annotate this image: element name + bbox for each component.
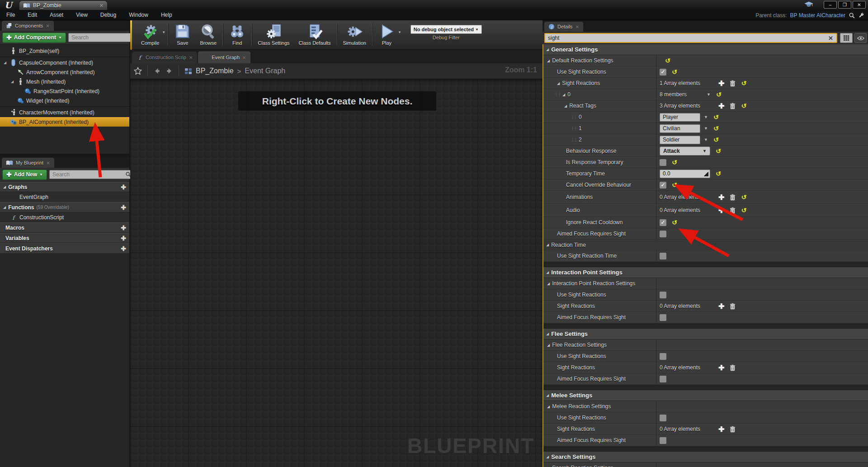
nav-forward-icon[interactable] bbox=[165, 67, 173, 75]
property-row-aimed-focus-requires-sight[interactable]: Aimed Focus Requires Sight bbox=[543, 373, 868, 385]
property-row-use-sight-reaction-time[interactable]: Use Sight Reaction Time bbox=[543, 250, 868, 262]
menu-item-window[interactable]: Window bbox=[123, 10, 155, 20]
add-element-icon[interactable]: ✚ bbox=[718, 79, 724, 88]
expand-arrow-icon[interactable]: ◢ bbox=[547, 282, 550, 286]
add-new-button[interactable]: ✚ Add New ▼ bbox=[2, 170, 47, 180]
expand-arrow-icon[interactable]: ◢ bbox=[547, 405, 550, 409]
checkbox-checked[interactable]: ✓ bbox=[660, 219, 666, 226]
chevron-down-icon[interactable]: ▼ bbox=[704, 137, 708, 142]
favorite-star-icon[interactable] bbox=[134, 67, 142, 75]
property-row-sight-reactions[interactable]: ◢Sight Reactions1 Array elements✚↺ bbox=[543, 78, 868, 89]
component-row-capsulecomponent[interactable]: ◢CapsuleComponent (Inherited) bbox=[0, 58, 129, 67]
edit-parent-wrench-icon[interactable] bbox=[858, 12, 864, 19]
chevron-down-icon[interactable]: ▼ bbox=[704, 115, 708, 119]
expand-arrow-icon[interactable]: ◢ bbox=[11, 80, 15, 84]
revert-to-default-icon[interactable]: ↺ bbox=[741, 80, 746, 86]
property-row-aimed-focus-requires-sight[interactable]: Aimed Focus Requires Sight bbox=[543, 228, 868, 240]
tutorial-cap-icon[interactable] bbox=[804, 1, 814, 8]
component-row-widget[interactable]: Widget (Inherited) bbox=[0, 96, 129, 105]
checkbox-unchecked[interactable] bbox=[660, 314, 666, 321]
property-row-audio[interactable]: Audio0 Array elements✚↺ bbox=[543, 204, 868, 217]
property-row-animations[interactable]: Animations0 Array elements✚↺ bbox=[543, 191, 868, 204]
nav-back-icon[interactable] bbox=[153, 67, 161, 75]
property-row-flee-reaction-settings[interactable]: ◢Flee Reaction Settings bbox=[543, 340, 868, 351]
delete-elements-icon[interactable] bbox=[730, 103, 736, 109]
delete-elements-icon[interactable] bbox=[730, 364, 736, 371]
delete-elements-icon[interactable] bbox=[730, 80, 736, 87]
add-item-icon[interactable]: ✚ bbox=[121, 245, 126, 252]
checkbox-unchecked[interactable] bbox=[660, 292, 666, 298]
tag-dropdown[interactable]: Civilian bbox=[660, 124, 700, 133]
expand-arrow-icon[interactable]: ◢ bbox=[546, 47, 549, 52]
chevron-down-icon[interactable]: ▼ bbox=[704, 126, 708, 131]
expand-arrow-icon[interactable]: ◢ bbox=[557, 81, 560, 85]
add-item-icon[interactable]: ✚ bbox=[121, 224, 126, 231]
expand-arrow-icon[interactable]: ◢ bbox=[546, 243, 549, 247]
revert-to-default-icon[interactable]: ↺ bbox=[713, 114, 719, 120]
number-input[interactable]: 0.0 bbox=[660, 170, 710, 178]
toolbar-button-browse[interactable]: Browse bbox=[195, 22, 221, 46]
add-component-button[interactable]: ✚ Add Component ▼ bbox=[2, 33, 66, 43]
minimize-button[interactable]: – bbox=[824, 1, 837, 9]
checkbox-unchecked[interactable] bbox=[660, 159, 666, 166]
add-element-icon[interactable]: ✚ bbox=[718, 193, 724, 202]
checkbox-unchecked[interactable] bbox=[660, 376, 666, 382]
menu-item-help[interactable]: Help bbox=[155, 10, 179, 20]
section-header-graphs[interactable]: ◢Graphs✚ bbox=[0, 182, 129, 192]
my-blueprint-tab[interactable]: My Blueprint ✕ bbox=[2, 158, 54, 168]
drag-handle-icon[interactable]: ⋮⋮ bbox=[554, 92, 561, 97]
component-row-mesh[interactable]: ◢Mesh (Inherited) bbox=[0, 77, 129, 86]
panel-splitter[interactable] bbox=[0, 154, 130, 157]
component-row-rangestartpoint[interactable]: RangeStartPoint (Inherited) bbox=[0, 86, 129, 96]
revert-to-default-icon[interactable]: ↺ bbox=[672, 220, 677, 225]
menu-item-edit[interactable]: Edit bbox=[21, 10, 43, 20]
details-tab-close-icon[interactable]: ✕ bbox=[576, 24, 579, 29]
menu-item-debug[interactable]: Debug bbox=[94, 10, 123, 20]
toolbar-button-class-defaults[interactable]: Class Defaults bbox=[294, 22, 335, 46]
checkbox-unchecked[interactable] bbox=[660, 437, 666, 444]
checkbox-checked[interactable]: ✓ bbox=[660, 69, 666, 75]
my-blueprint-search-input[interactable] bbox=[49, 170, 133, 179]
property-row-react-tags[interactable]: ◢React Tags3 Array elements✚↺ bbox=[543, 100, 868, 112]
property-row-aimed-focus-requires-sight[interactable]: Aimed Focus Requires Sight bbox=[543, 312, 868, 323]
checkbox-checked[interactable]: ✓ bbox=[660, 182, 666, 189]
checkbox-unchecked[interactable] bbox=[660, 231, 666, 237]
add-element-icon[interactable]: ✚ bbox=[718, 425, 724, 434]
expand-arrow-icon[interactable]: ◢ bbox=[562, 93, 565, 97]
my-blueprint-tab-close-icon[interactable]: ✕ bbox=[46, 160, 50, 165]
menu-item-file[interactable]: File bbox=[0, 10, 21, 20]
property-row-ignore-react-cooldown[interactable]: Ignore React Cooldown✓↺ bbox=[543, 217, 868, 228]
tab-close-icon[interactable]: ✕ bbox=[189, 55, 193, 60]
menu-item-view[interactable]: View bbox=[70, 10, 94, 20]
drag-handle-icon[interactable]: ⋮⋮ bbox=[571, 137, 577, 142]
tag-dropdown[interactable]: Player bbox=[660, 113, 700, 122]
property-row-is-response-temporary[interactable]: Is Response Temporary↺ bbox=[543, 157, 868, 168]
expand-arrow-icon[interactable]: ◢ bbox=[546, 393, 549, 397]
add-item-icon[interactable]: ✚ bbox=[121, 235, 126, 242]
components-tab-close-icon[interactable]: ✕ bbox=[46, 24, 49, 28]
property-row-use-sight-reactions[interactable]: Use Sight Reactions bbox=[543, 351, 868, 362]
checkbox-unchecked[interactable] bbox=[660, 353, 666, 360]
property-row-0[interactable]: ⋮⋮0Player▼↺ bbox=[543, 112, 868, 123]
revert-to-default-icon[interactable]: ↺ bbox=[713, 137, 719, 142]
property-row-interaction-point-reaction-settings[interactable]: ◢Interaction Point Reaction Settings bbox=[543, 278, 868, 289]
menu-item-asset[interactable]: Asset bbox=[43, 10, 70, 20]
drag-handle-icon[interactable]: ⋮⋮ bbox=[571, 115, 577, 119]
toolbar-button-compile[interactable]: Compile bbox=[137, 22, 164, 46]
revert-to-default-icon[interactable]: ↺ bbox=[672, 69, 677, 75]
graph-tab-event-graph[interactable]: Event Graph✕ bbox=[198, 52, 250, 63]
revert-to-default-icon[interactable]: ↺ bbox=[672, 182, 677, 188]
property-row-default-reaction-settings[interactable]: ◢Default Reaction Settings↺ bbox=[543, 55, 868, 66]
property-row-use-sight-reactions[interactable]: Use Sight Reactions✓↺ bbox=[543, 66, 868, 78]
property-row-0[interactable]: ⋮⋮◢08 members▼↺ bbox=[543, 89, 868, 100]
property-row-melee-reaction-settings[interactable]: ◢Melee Reaction Settings bbox=[543, 401, 868, 412]
add-item-icon[interactable]: ✚ bbox=[121, 184, 126, 191]
revert-to-default-icon[interactable]: ↺ bbox=[716, 148, 721, 154]
expand-arrow-icon[interactable]: ◢ bbox=[546, 270, 549, 274]
section-header-event-dispatchers[interactable]: Event Dispatchers✚ bbox=[0, 243, 129, 254]
property-row-use-sight-reactions[interactable]: Use Sight Reactions bbox=[543, 289, 868, 301]
revert-to-default-icon[interactable]: ↺ bbox=[672, 160, 677, 165]
maximize-button[interactable]: ❐ bbox=[838, 1, 851, 9]
delete-elements-icon[interactable] bbox=[730, 303, 736, 310]
revert-to-default-icon[interactable]: ↺ bbox=[716, 171, 721, 176]
